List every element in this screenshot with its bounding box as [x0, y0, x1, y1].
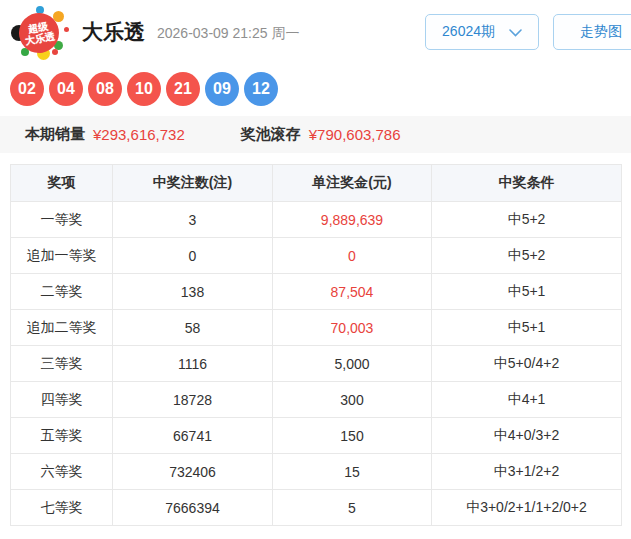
win-condition: 中5+2	[432, 202, 622, 238]
prize-amount: 9,889,639	[273, 202, 432, 238]
table-row: 七等奖 7666394 5 中3+0/2+1/1+2/0+2	[11, 490, 622, 526]
logo-dot	[52, 49, 58, 55]
winner-count: 66741	[113, 418, 273, 454]
win-condition: 中3+0/2+1/1+2/0+2	[432, 490, 622, 526]
prize-pool: 奖池滚存 ¥790,603,786	[241, 125, 401, 144]
period-sales: 本期销量 ¥293,616,732	[25, 125, 185, 144]
super-lotto-logo-icon: 超级 大乐透	[12, 5, 70, 59]
prize-amount: 5,000	[273, 346, 432, 382]
header-controls: 26024期 走势图	[425, 14, 631, 50]
trend-chart-button[interactable]: 走势图	[553, 14, 631, 50]
win-condition: 中3+1/2+2	[432, 454, 622, 490]
col-header-prize-amount: 单注奖金(元)	[273, 165, 432, 202]
win-condition: 中4+1	[432, 382, 622, 418]
page-title: 大乐透	[82, 18, 145, 46]
pool-label: 奖池滚存	[241, 125, 301, 144]
prize-amount: 15	[273, 454, 432, 490]
winner-count: 3	[113, 202, 273, 238]
chevron-down-icon	[509, 24, 522, 40]
prize-level: 五等奖	[11, 418, 113, 454]
page-header: 超级 大乐透 大乐透 2026-03-09 21:25 周一 26024期 走势…	[0, 0, 631, 64]
winner-count: 7666394	[113, 490, 273, 526]
prize-level: 七等奖	[11, 490, 113, 526]
prize-amount: 300	[273, 382, 432, 418]
win-condition: 中5+2	[432, 238, 622, 274]
prize-amount: 87,504	[273, 274, 432, 310]
sales-label: 本期销量	[25, 125, 85, 144]
winner-count: 732406	[113, 454, 273, 490]
table-row: 五等奖 66741 150 中4+0/3+2	[11, 418, 622, 454]
winner-count: 138	[113, 274, 273, 310]
prize-amount: 150	[273, 418, 432, 454]
col-header-win-condition: 中奖条件	[432, 165, 622, 202]
prize-amount: 5	[273, 490, 432, 526]
prize-level: 四等奖	[11, 382, 113, 418]
front-ball: 10	[127, 72, 161, 106]
front-ball: 02	[10, 72, 44, 106]
table-header-row: 奖项 中奖注数(注) 单注奖金(元) 中奖条件	[11, 165, 622, 202]
winner-count: 0	[113, 238, 273, 274]
table-row: 四等奖 18728 300 中4+1	[11, 382, 622, 418]
winner-count: 18728	[113, 382, 273, 418]
prize-level: 六等奖	[11, 454, 113, 490]
winner-count: 58	[113, 310, 273, 346]
back-ball: 12	[244, 72, 278, 106]
table-row: 追加二等奖 58 70,003 中5+1	[11, 310, 622, 346]
winning-numbers: 02 04 08 10 21 09 12	[0, 64, 631, 106]
table-row: 二等奖 138 87,504 中5+1	[11, 274, 622, 310]
win-condition: 中4+0/3+2	[432, 418, 622, 454]
prize-amount: 0	[273, 238, 432, 274]
table-row: 追加一等奖 0 0 中5+2	[11, 238, 622, 274]
win-condition: 中5+1	[432, 310, 622, 346]
win-condition: 中5+0/4+2	[432, 346, 622, 382]
draw-datetime: 2026-03-09 21:25 周一	[157, 25, 299, 43]
prize-level: 追加一等奖	[11, 238, 113, 274]
prize-level: 二等奖	[11, 274, 113, 310]
front-ball: 08	[88, 72, 122, 106]
winner-count: 1116	[113, 346, 273, 382]
sales-value: ¥293,616,732	[93, 126, 185, 143]
prize-amount: 70,003	[273, 310, 432, 346]
front-ball: 04	[49, 72, 83, 106]
prize-level: 一等奖	[11, 202, 113, 238]
prize-level: 追加二等奖	[11, 310, 113, 346]
win-condition: 中5+1	[432, 274, 622, 310]
table-row: 六等奖 732406 15 中3+1/2+2	[11, 454, 622, 490]
table-row: 三等奖 1116 5,000 中5+0/4+2	[11, 346, 622, 382]
col-header-prize-level: 奖项	[11, 165, 113, 202]
table-row: 一等奖 3 9,889,639 中5+2	[11, 202, 622, 238]
period-select[interactable]: 26024期	[425, 14, 539, 50]
col-header-winner-count: 中奖注数(注)	[113, 165, 273, 202]
prize-table: 奖项 中奖注数(注) 单注奖金(元) 中奖条件 一等奖 3 9,889,639 …	[10, 164, 622, 526]
pool-value: ¥790,603,786	[309, 126, 401, 143]
back-ball: 09	[205, 72, 239, 106]
prize-level: 三等奖	[11, 346, 113, 382]
front-ball: 21	[166, 72, 200, 106]
period-select-value: 26024期	[442, 23, 495, 41]
logo-dot	[64, 27, 69, 32]
sales-strip: 本期销量 ¥293,616,732 奖池滚存 ¥790,603,786	[0, 116, 631, 153]
trend-chart-button-label: 走势图	[580, 23, 622, 41]
